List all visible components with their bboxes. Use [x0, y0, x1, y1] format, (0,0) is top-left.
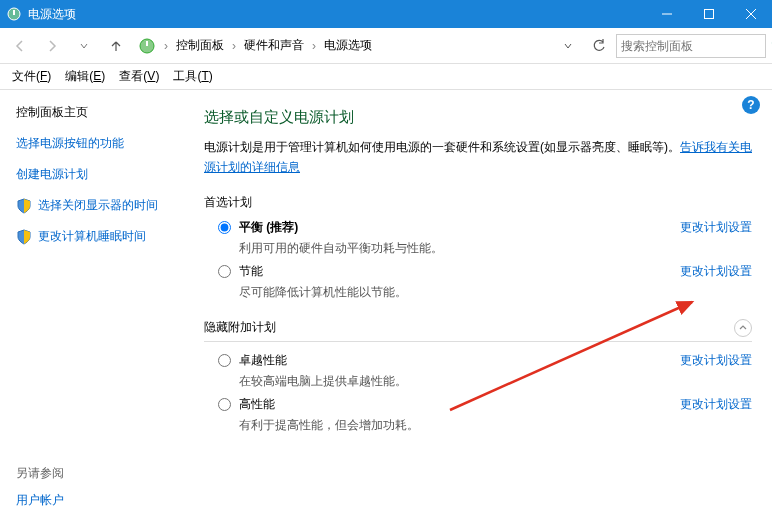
change-plan-link[interactable]: 更改计划设置: [680, 263, 752, 280]
change-plan-link[interactable]: 更改计划设置: [680, 219, 752, 236]
svg-rect-1: [13, 10, 15, 15]
search-input[interactable]: [621, 39, 771, 53]
change-plan-link[interactable]: 更改计划设置: [680, 352, 752, 369]
page-description: 电源计划是用于管理计算机如何使用电源的一套硬件和系统设置(如显示器亮度、睡眠等)…: [204, 137, 752, 178]
back-button[interactable]: [6, 32, 34, 60]
seealso-heading: 另请参阅: [16, 465, 184, 482]
plan-name: 卓越性能: [239, 352, 668, 369]
content: ? 选择或自定义电源计划 电源计划是用于管理计算机如何使用电源的一套硬件和系统设…: [200, 90, 772, 518]
minimize-button[interactable]: [646, 0, 688, 28]
sidebar: 控制面板主页 选择电源按钮的功能 创建电源计划 选择关闭显示器的时间 更改计算机…: [0, 90, 200, 518]
change-plan-link[interactable]: 更改计划设置: [680, 396, 752, 413]
power-plan: 平衡 (推荐)利用可用的硬件自动平衡功耗与性能。更改计划设置: [218, 219, 752, 257]
sidebar-item-power-button[interactable]: 选择电源按钮的功能: [16, 135, 184, 152]
breadcrumb-item[interactable]: 电源选项: [320, 35, 376, 56]
sidebar-home[interactable]: 控制面板主页: [16, 104, 184, 121]
chevron-right-icon: ›: [164, 39, 168, 53]
page-heading: 选择或自定义电源计划: [204, 108, 752, 127]
plan-desc: 有利于提高性能，但会增加功耗。: [239, 417, 668, 434]
plan-desc: 在较高端电脑上提供卓越性能。: [239, 373, 668, 390]
help-icon[interactable]: ?: [742, 96, 760, 114]
plan-radio[interactable]: [218, 354, 231, 367]
sidebar-item-create-plan[interactable]: 创建电源计划: [16, 166, 184, 183]
power-plan: 节能尽可能降低计算机性能以节能。更改计划设置: [218, 263, 752, 301]
address-dropdown[interactable]: [554, 32, 582, 60]
power-plan: 卓越性能在较高端电脑上提供卓越性能。更改计划设置: [218, 352, 752, 390]
recent-dropdown[interactable]: [70, 32, 98, 60]
menubar: 文件(F) 编辑(E) 查看(V) 工具(T): [0, 64, 772, 90]
breadcrumb-item[interactable]: 控制面板: [172, 35, 228, 56]
plan-desc: 利用可用的硬件自动平衡功耗与性能。: [239, 240, 668, 257]
hidden-plans-heading: 隐藏附加计划: [204, 319, 276, 336]
window-title: 电源选项: [28, 6, 646, 23]
chevron-right-icon: ›: [312, 39, 316, 53]
power-plan: 高性能有利于提高性能，但会增加功耗。更改计划设置: [218, 396, 752, 434]
breadcrumb: 控制面板› 硬件和声音› 电源选项: [172, 35, 550, 56]
chevron-right-icon: ›: [232, 39, 236, 53]
address-bar: › 控制面板› 硬件和声音› 电源选项: [0, 28, 772, 64]
collapse-icon[interactable]: [734, 319, 752, 337]
plan-name: 高性能: [239, 396, 668, 413]
menu-file[interactable]: 文件(F): [6, 65, 57, 88]
maximize-button[interactable]: [688, 0, 730, 28]
preferred-plans-heading: 首选计划: [204, 194, 752, 211]
up-button[interactable]: [102, 32, 130, 60]
sidebar-item-user-accounts[interactable]: 用户帐户: [16, 492, 184, 509]
close-button[interactable]: [730, 0, 772, 28]
power-icon: [138, 37, 156, 55]
plan-radio[interactable]: [218, 265, 231, 278]
refresh-button[interactable]: [586, 32, 612, 60]
menu-view[interactable]: 查看(V): [113, 65, 165, 88]
plan-desc: 尽可能降低计算机性能以节能。: [239, 284, 668, 301]
sidebar-item-display-off[interactable]: 选择关闭显示器的时间: [38, 197, 158, 214]
sidebar-item-sleep-time[interactable]: 更改计算机睡眠时间: [38, 228, 146, 245]
forward-button[interactable]: [38, 32, 66, 60]
app-icon: [6, 6, 22, 22]
titlebar: 电源选项: [0, 0, 772, 28]
plan-name: 节能: [239, 263, 668, 280]
shield-icon: [16, 229, 32, 245]
shield-icon: [16, 198, 32, 214]
search-box[interactable]: [616, 34, 766, 58]
desc-text: 电源计划是用于管理计算机如何使用电源的一套硬件和系统设置(如显示器亮度、睡眠等)…: [204, 140, 680, 154]
menu-edit[interactable]: 编辑(E): [59, 65, 111, 88]
svg-rect-3: [705, 10, 714, 19]
breadcrumb-item[interactable]: 硬件和声音: [240, 35, 308, 56]
plan-radio[interactable]: [218, 398, 231, 411]
plan-name: 平衡 (推荐): [239, 219, 668, 236]
plan-radio[interactable]: [218, 221, 231, 234]
menu-tools[interactable]: 工具(T): [167, 65, 218, 88]
